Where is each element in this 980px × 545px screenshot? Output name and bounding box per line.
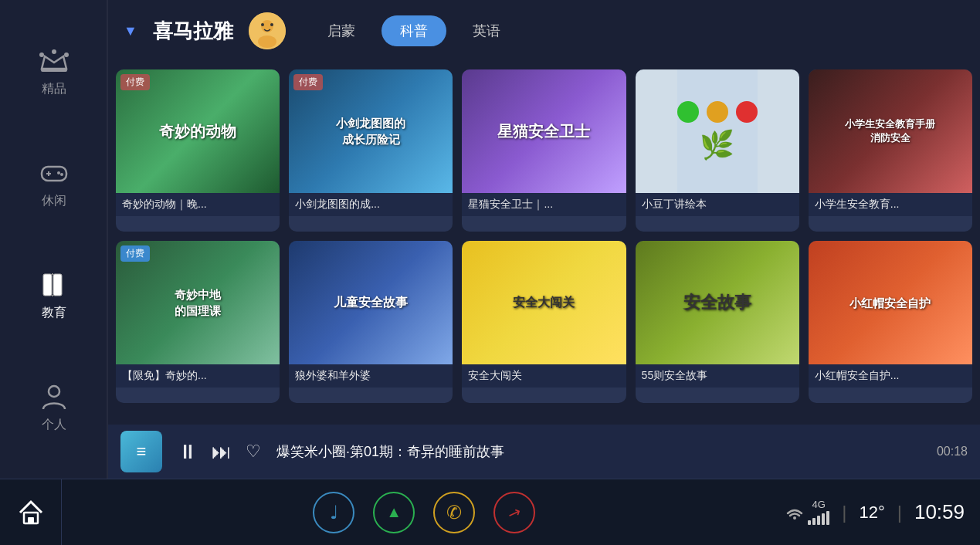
signal-bar-1 bbox=[808, 520, 811, 525]
card-1[interactable]: 付费 奇妙的动物 奇妙的动物｜晚... bbox=[116, 69, 280, 232]
card-2-overlay: 小剑龙图图的成长历险记 bbox=[336, 115, 405, 147]
tab-science[interactable]: 科普 bbox=[381, 15, 446, 46]
content-grid: 付费 奇妙的动物 奇妙的动物｜晚... 付费 小剑龙图图的成长历险记 小剑龙图图… bbox=[116, 62, 972, 411]
tl-character: 🌿 bbox=[700, 129, 734, 161]
signal-bar-2 bbox=[812, 518, 816, 525]
svg-point-9 bbox=[60, 173, 63, 176]
app-nav-button[interactable]: ▲ bbox=[373, 492, 415, 533]
divider-1: | bbox=[842, 502, 846, 523]
svg-point-20 bbox=[261, 23, 264, 26]
svg-rect-11 bbox=[53, 274, 62, 296]
favorite-button[interactable]: ♡ bbox=[246, 442, 261, 462]
chevron-down-icon: ▼ bbox=[124, 23, 137, 39]
crown-icon bbox=[39, 46, 70, 76]
home-icon bbox=[15, 497, 46, 528]
sidebar-label-education: 教育 bbox=[42, 305, 66, 321]
taskbar-status: 4G | 12° | 10:59 bbox=[786, 499, 980, 525]
content-area: 付费 奇妙的动物 奇妙的动物｜晚... 付费 小剑龙图图的成长历险记 小剑龙图图… bbox=[108, 62, 980, 463]
player-bar: ≡ ⏸ ⏭ ♡ 爆笑米小圈·第01期：奇异的睡前故事 00:18 bbox=[108, 425, 980, 479]
badge-paid-1: 付费 bbox=[120, 74, 150, 90]
card-7-overlay: 儿童安全故事 bbox=[334, 294, 408, 311]
card-4[interactable]: 🌿 小豆丁讲绘本 bbox=[636, 69, 799, 232]
sidebar-label-leisure: 休闲 bbox=[42, 193, 66, 209]
sidebar-item-leisure[interactable]: 休闲 bbox=[39, 157, 70, 209]
temperature-display: 12° bbox=[859, 503, 884, 523]
tab-enlighten[interactable]: 启蒙 bbox=[309, 15, 374, 46]
avatar-icon bbox=[249, 12, 286, 49]
home-button[interactable] bbox=[0, 479, 62, 545]
svg-marker-0 bbox=[42, 56, 66, 69]
signal-bar-5 bbox=[826, 511, 829, 525]
sidebar-item-premium[interactable]: 精品 bbox=[39, 46, 70, 97]
signal-4g-label: 4G bbox=[812, 499, 826, 509]
music-icon: ♩ bbox=[330, 502, 338, 523]
card-3[interactable]: 星猫安全卫士 星猫安全卫士｜... bbox=[462, 69, 626, 232]
sidebar-item-education[interactable]: 教育 bbox=[39, 269, 70, 321]
playlist-icon: ≡ bbox=[137, 442, 147, 462]
card-8-title: 安全大闯关 bbox=[462, 364, 626, 388]
card-1-overlay: 奇妙的动物 bbox=[159, 120, 236, 142]
taskbar-apps: ♩ ▲ ✆ ↗ bbox=[62, 492, 786, 533]
card-10[interactable]: 小红帽安全自护 小红帽安全自护... bbox=[809, 241, 972, 403]
card-7[interactable]: 儿童安全故事 狼外婆和羊外婆 bbox=[289, 241, 453, 403]
card-2[interactable]: 付费 小剑龙图图的成长历险记 小剑龙图图的成... bbox=[289, 69, 453, 232]
phone-icon: ✆ bbox=[446, 502, 462, 523]
sidebar-label-premium: 精品 bbox=[42, 81, 66, 97]
app-phone-button[interactable]: ✆ bbox=[433, 492, 475, 533]
channel-title: 喜马拉雅 bbox=[153, 18, 233, 45]
svg-rect-10 bbox=[43, 274, 52, 296]
app-music-button[interactable]: ♩ bbox=[313, 492, 354, 533]
header-dropdown[interactable]: ▼ bbox=[124, 23, 137, 39]
player-time: 00:18 bbox=[937, 445, 968, 459]
tl-green bbox=[677, 101, 699, 123]
card-6-title: 【限免】奇妙的... bbox=[116, 364, 280, 388]
card-9-title: 55则安全故事 bbox=[636, 364, 799, 388]
tl-red bbox=[736, 101, 758, 123]
gamepad-icon bbox=[39, 157, 70, 188]
svg-point-1 bbox=[39, 52, 44, 57]
svg-rect-23 bbox=[28, 517, 34, 523]
card-5[interactable]: 小学生安全教育手册消防安全 小学生安全教育... bbox=[809, 69, 972, 232]
card-4-title: 小豆丁讲绘本 bbox=[636, 193, 799, 216]
card-9-overlay: 安全故事 bbox=[683, 291, 751, 315]
msg-icon: ↗ bbox=[505, 501, 524, 523]
tl-yellow bbox=[707, 101, 728, 123]
card-3-overlay: 星猫安全卫士 bbox=[497, 120, 590, 142]
person-icon bbox=[39, 381, 70, 412]
nav-icon: ▲ bbox=[386, 503, 402, 521]
sidebar: 精品 休闲 教育 个人 bbox=[0, 0, 108, 479]
card-10-overlay: 小红帽安全自护 bbox=[849, 295, 931, 311]
svg-point-21 bbox=[270, 23, 273, 26]
wifi-status: 4G bbox=[786, 499, 829, 525]
card-2-title: 小剑龙图图的成... bbox=[289, 193, 453, 216]
tab-group: 启蒙 科普 英语 bbox=[309, 15, 519, 46]
next-button[interactable]: ⏭ bbox=[212, 440, 232, 464]
card-9[interactable]: 安全故事 55则安全故事 bbox=[636, 241, 799, 403]
pause-button[interactable]: ⏸ bbox=[178, 440, 198, 464]
svg-point-16 bbox=[49, 386, 59, 397]
avatar[interactable] bbox=[249, 12, 286, 49]
card-6[interactable]: 付费 奇妙中地的国理课 【限免】奇妙的... bbox=[116, 241, 280, 403]
badge-paid-6: 付费 bbox=[120, 245, 150, 262]
app-msg-button[interactable]: ↗ bbox=[493, 492, 535, 533]
card-5-overlay: 小学生安全教育手册消防安全 bbox=[845, 117, 935, 145]
player-controls: ⏸ ⏭ ♡ bbox=[178, 440, 261, 464]
sidebar-item-profile[interactable]: 个人 bbox=[39, 381, 70, 433]
card-10-title: 小红帽安全自护... bbox=[809, 364, 972, 388]
badge-paid-2: 付费 bbox=[293, 74, 323, 90]
divider-2: | bbox=[897, 502, 902, 523]
signal-bars bbox=[808, 511, 829, 525]
player-track-title: 爆笑米小圈·第01期：奇异的睡前故事 bbox=[276, 442, 921, 461]
svg-point-3 bbox=[52, 49, 56, 54]
wifi-icon bbox=[786, 506, 803, 520]
card-3-title: 星猫安全卫士｜... bbox=[462, 193, 626, 216]
card-8[interactable]: 安全大闯关 安全大闯关 bbox=[462, 241, 626, 403]
card-6-overlay: 奇妙中地的国理课 bbox=[175, 286, 221, 319]
book-icon bbox=[39, 269, 70, 300]
tab-english[interactable]: 英语 bbox=[454, 15, 519, 46]
svg-point-2 bbox=[64, 52, 69, 57]
player-thumbnail[interactable]: ≡ bbox=[120, 431, 162, 472]
signal-bar-4 bbox=[822, 513, 825, 525]
card-8-overlay: 安全大闯关 bbox=[513, 294, 575, 311]
svg-rect-4 bbox=[41, 69, 67, 72]
